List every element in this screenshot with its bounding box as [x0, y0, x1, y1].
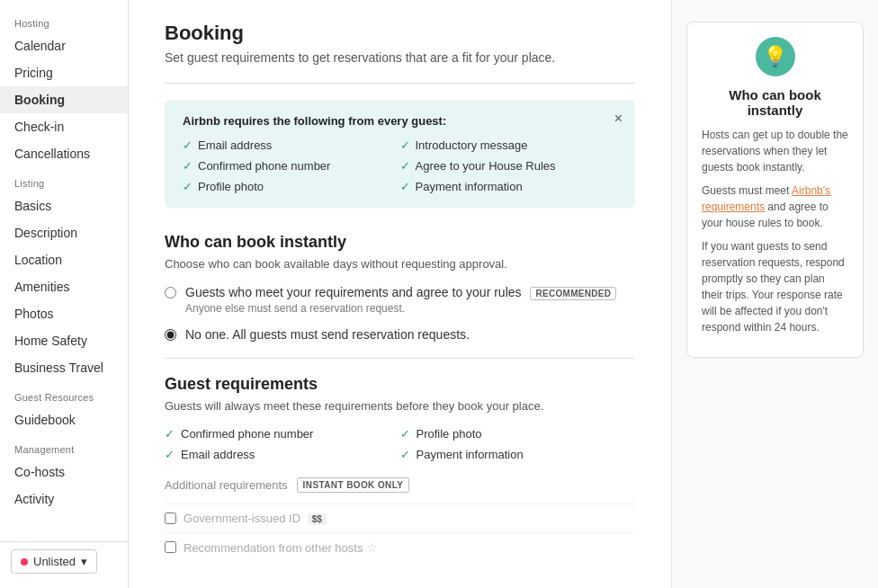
sidebar-item-activity[interactable]: Activity [0, 486, 128, 512]
radio-option-no-one[interactable]: No one. All guests must send reservation… [165, 327, 635, 342]
instant-book-title: Who can book instantly [165, 233, 635, 252]
sidebar-item-photos[interactable]: Photos [0, 300, 128, 327]
page-subtitle: Set guest requirements to get reservatio… [165, 50, 635, 65]
info-card: 💡 Who can book instantly Hosts can get u… [686, 22, 864, 358]
lightbulb-icon: 💡 [763, 45, 787, 68]
guest-req-email-label: Email address [181, 448, 255, 461]
additional-req-header: Additional requirements INSTANT BOOK ONL… [165, 477, 635, 493]
sidebar-item-business-travel[interactable]: Business Travel [0, 354, 128, 381]
guest-resources-section-label: Guest Resources [0, 381, 128, 406]
instant-book-badge: INSTANT BOOK ONLY [297, 477, 410, 493]
info-card-para1: Hosts can get up to double the reservati… [702, 127, 848, 175]
radio-guests[interactable] [165, 287, 176, 298]
sidebar-item-amenities[interactable]: Amenities [0, 273, 128, 300]
req-item-phone: ✓ Confirmed phone number [183, 159, 400, 173]
sidebar: Hosting Calendar Pricing Booking Check-i… [0, 0, 129, 588]
requirements-close-button[interactable]: × [614, 111, 623, 127]
check-icon-conf-phone: ✓ [165, 427, 175, 441]
sidebar-item-location[interactable]: Location [0, 246, 128, 273]
recommended-badge: RECOMMENDED [530, 287, 616, 300]
unlisted-label: Unlisted [33, 555, 76, 568]
radio-guests-sublabel: Anyone else must send a reservation requ… [185, 302, 616, 315]
check-icon-email: ✓ [183, 138, 193, 152]
guest-req-payment-label: Payment information [417, 448, 524, 461]
check-icon-photo: ✓ [183, 180, 193, 193]
checkbox-gov-id[interactable] [165, 512, 176, 524]
guest-req-col-left: ✓ Confirmed phone number ✓ Email address [165, 427, 400, 461]
checkbox-row-gov-id[interactable]: Government-issued ID $$ [165, 503, 635, 532]
info-card-icon: 💡 [756, 37, 795, 76]
unlisted-status-dot [21, 558, 28, 566]
sidebar-item-cancellations[interactable]: Cancellations [0, 140, 128, 167]
divider-top [165, 83, 635, 84]
requirements-col-right: ✓ Introductory message ✓ Agree to your H… [400, 138, 618, 193]
checkbox-gov-id-label[interactable]: Government-issued ID $$ [184, 512, 327, 525]
sidebar-item-description[interactable]: Description [0, 219, 128, 246]
sidebar-bottom: Unlisted ▾ [0, 541, 128, 581]
check-icon-conf-email: ✓ [165, 448, 175, 461]
info-card-title: Who can book instantly [702, 87, 848, 118]
radio-no-one-text: No one. All guests must send reservation… [185, 327, 470, 342]
divider-mid [165, 358, 635, 359]
requirements-columns: ✓ Email address ✓ Confirmed phone number… [183, 138, 617, 193]
guest-req-title: Guest requirements [165, 375, 635, 394]
info-card-para2: Guests must meet Airbnb's requirements a… [702, 183, 848, 231]
req-item-intro: ✓ Introductory message [400, 138, 618, 152]
listing-section-label: Listing [0, 167, 128, 192]
radio-option-guests[interactable]: Guests who meet your requirements and ag… [165, 285, 635, 315]
sidebar-item-guidebook[interactable]: Guidebook [0, 406, 128, 433]
check-icon-phone: ✓ [183, 159, 193, 173]
guest-req-profile: ✓ Profile photo [400, 427, 636, 441]
page-title: Booking [165, 22, 635, 45]
unlisted-arrow-icon: ▾ [81, 555, 87, 568]
sidebar-item-booking[interactable]: Booking [0, 86, 128, 113]
radio-guests-label[interactable]: Guests who meet your requirements and ag… [185, 285, 616, 315]
sidebar-item-pricing[interactable]: Pricing [0, 59, 128, 86]
guest-req-desc: Guests will always meet these requiremen… [165, 399, 635, 413]
requirements-box-title: Airbnb requires the following from every… [183, 114, 617, 128]
checkbox-recommendation-label[interactable]: Recommendation from other hosts ☆ [184, 540, 378, 555]
guest-req-phone-label: Confirmed phone number [181, 427, 313, 441]
requirements-box: × Airbnb requires the following from eve… [165, 100, 635, 208]
req-payment-label: Payment information [416, 180, 523, 193]
check-icon-payment: ✓ [400, 180, 410, 193]
guest-req-grid: ✓ Confirmed phone number ✓ Email address… [165, 427, 635, 461]
recommendation-text: Recommendation from other hosts [184, 541, 363, 555]
req-phone-label: Confirmed phone number [198, 159, 330, 173]
checkbox-row-recommendation[interactable]: Recommendation from other hosts ☆ [165, 532, 635, 562]
checkbox-recommendation[interactable] [165, 541, 176, 553]
para2-before: Guests must meet [702, 184, 792, 197]
radio-no-one[interactable] [165, 329, 176, 341]
radio-guests-text: Guests who meet your requirements and ag… [185, 285, 522, 299]
main-content: Booking Set guest requirements to get re… [129, 0, 671, 588]
star-icon: ☆ [366, 540, 378, 555]
management-section-label: Management [0, 433, 128, 459]
info-card-para3: If you want guests to send reservation r… [702, 238, 848, 335]
req-email-label: Email address [198, 138, 272, 152]
requirements-col-left: ✓ Email address ✓ Confirmed phone number… [183, 138, 400, 193]
right-panel: 💡 Who can book instantly Hosts can get u… [671, 0, 878, 588]
unlisted-button[interactable]: Unlisted ▾ [11, 549, 97, 574]
req-house-rules-label: Agree to your House Rules [416, 159, 556, 173]
guest-req-phone: ✓ Confirmed phone number [165, 427, 400, 441]
hosting-section-label: Hosting [0, 7, 128, 32]
gov-id-badge: $$ [308, 513, 327, 525]
req-item-photo: ✓ Profile photo [183, 180, 400, 193]
guest-req-payment: ✓ Payment information [400, 448, 636, 461]
sidebar-item-calendar[interactable]: Calendar [0, 32, 128, 59]
req-photo-label: Profile photo [198, 180, 264, 193]
check-icon-house-rules: ✓ [400, 159, 410, 173]
guest-req-profile-label: Profile photo [417, 427, 482, 441]
sidebar-item-co-hosts[interactable]: Co-hosts [0, 459, 128, 486]
check-icon-conf-profile: ✓ [400, 427, 410, 441]
gov-id-text: Government-issued ID [184, 512, 300, 525]
sidebar-item-check-in[interactable]: Check-in [0, 113, 128, 140]
check-icon-conf-payment: ✓ [400, 448, 410, 461]
radio-no-one-label[interactable]: No one. All guests must send reservation… [185, 327, 470, 342]
sidebar-item-home-safety[interactable]: Home Safety [0, 327, 128, 354]
guest-req-col-right: ✓ Profile photo ✓ Payment information [400, 427, 636, 461]
guest-req-email: ✓ Email address [165, 448, 400, 461]
instant-book-desc: Choose who can book available days witho… [165, 257, 635, 271]
req-item-payment: ✓ Payment information [400, 180, 618, 193]
sidebar-item-basics[interactable]: Basics [0, 192, 128, 219]
